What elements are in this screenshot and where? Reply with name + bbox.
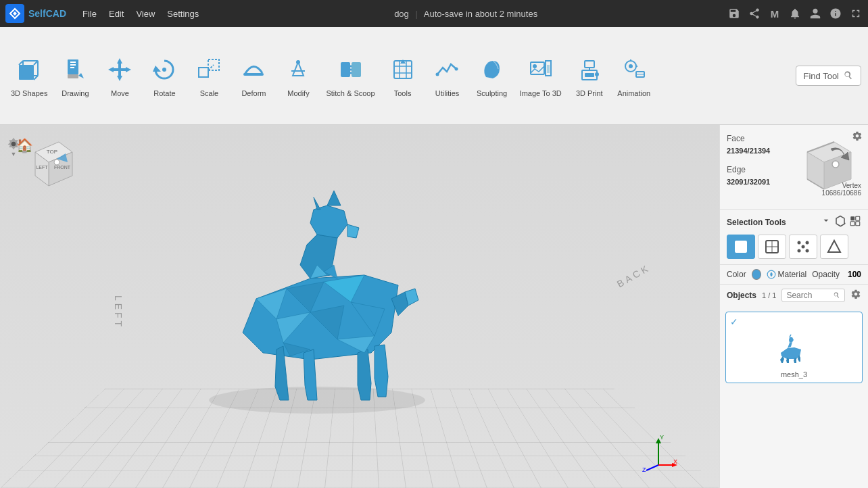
object-name: mesh_3 — [781, 370, 807, 379]
svg-point-60 — [54, 160, 59, 165]
objects-title: Objects — [727, 291, 756, 300]
tool-animation-label: Animation — [617, 89, 650, 98]
modify-icon — [281, 53, 315, 87]
tool-sculpting[interactable]: Sculpting — [471, 50, 513, 101]
tool-move[interactable]: Move — [99, 50, 141, 101]
tool-rotate[interactable]: Rotate — [143, 50, 185, 101]
search-icon — [833, 291, 840, 300]
user-icon[interactable] — [809, 7, 822, 20]
color-picker[interactable] — [752, 269, 761, 280]
opacity-value: 100 — [848, 270, 861, 279]
sel-arrow-btn[interactable] — [821, 215, 831, 229]
sel-face-btn[interactable] — [820, 235, 848, 259]
menu-view[interactable]: View — [130, 6, 160, 22]
app-name: SelfCAD — [28, 8, 66, 19]
tool-3d-shapes-label: 3D Shapes — [11, 89, 47, 98]
opacity-label: Opacity — [812, 270, 840, 279]
drawing-icon — [58, 53, 92, 87]
tools-icon — [386, 53, 420, 87]
object-item[interactable]: ✓ mesh_3 — [725, 312, 863, 383]
tool-tools[interactable]: Tools — [382, 50, 424, 101]
move-icon — [103, 53, 137, 87]
objects-header: Objects 1 / 1 — [720, 284, 868, 306]
3d-shapes-icon — [12, 53, 46, 87]
save-icon[interactable] — [727, 7, 741, 20]
svg-marker-65 — [327, 191, 341, 205]
object-thumbnail — [767, 327, 821, 368]
svg-marker-13 — [108, 67, 114, 72]
tool-animation[interactable]: Animation — [613, 50, 655, 101]
panel-settings-button[interactable] — [852, 130, 863, 144]
svg-marker-67 — [347, 224, 359, 238]
tool-deform[interactable]: Deform — [233, 50, 274, 101]
m-icon[interactable]: M — [768, 7, 781, 20]
svg-point-36 — [435, 73, 439, 76]
tool-modify-label: Modify — [287, 89, 309, 98]
selection-tools-section: Selection Tools — [720, 210, 868, 264]
svg-point-95 — [832, 161, 839, 168]
objects-settings-button[interactable] — [850, 289, 861, 302]
menu-bar: SelfCAD File Edit View Settings dog | Au… — [0, 0, 868, 27]
search-box[interactable] — [781, 289, 845, 302]
sel-cube-btn[interactable] — [834, 215, 846, 229]
tool-stitch-scoop[interactable]: Stitch & Scoop — [322, 50, 379, 101]
tool-utilities[interactable]: Utilities — [427, 50, 468, 101]
tool-sculpting-label: Sculpting — [477, 89, 507, 98]
tool-drawing[interactable]: Drawing — [54, 50, 96, 101]
sel-mesh-btn[interactable] — [849, 215, 861, 229]
menu-edit[interactable]: Edit — [103, 6, 129, 22]
objects-count: 1 / 1 — [762, 291, 776, 299]
tool-3d-shapes[interactable]: 3D Shapes — [7, 50, 51, 101]
tool-scale[interactable]: Scale — [188, 50, 230, 101]
svg-marker-17 — [153, 66, 161, 72]
vertex-label: Vertex — [842, 182, 861, 189]
svg-point-53 — [11, 142, 16, 147]
svg-marker-11 — [117, 58, 122, 64]
info-icon[interactable] — [829, 7, 842, 20]
svg-point-46 — [595, 72, 599, 76]
tool-tools-label: Tools — [394, 89, 412, 98]
svg-marker-113 — [781, 347, 801, 359]
material-label[interactable]: Material — [767, 270, 807, 279]
face-value: 21394/21394 — [727, 147, 770, 155]
selection-tools-label: Selection Tools — [727, 218, 786, 227]
menu-settings[interactable]: Settings — [162, 6, 204, 22]
share-icon[interactable] — [748, 7, 761, 20]
viewport[interactable]: 🏠 ▼ TOP LEFT — [0, 125, 719, 488]
title-area: dog | Auto-save in about 2 minutes — [215, 9, 717, 19]
notification-icon[interactable] — [788, 7, 802, 20]
color-label: Color — [727, 270, 746, 279]
svg-text:Y: Y — [660, 434, 664, 441]
find-tool-button[interactable]: Find Tool — [796, 66, 861, 86]
home-button[interactable]: 🏠 — [16, 137, 33, 153]
orientation-cube[interactable]: TOP LEFT FRONT — [28, 139, 79, 189]
svg-line-90 — [646, 465, 658, 470]
svg-marker-71 — [375, 345, 388, 397]
image-to-3d-icon — [524, 53, 558, 87]
sel-solid-btn[interactable] — [727, 235, 755, 259]
selection-icons — [720, 235, 868, 264]
main-area: 🏠 ▼ TOP LEFT — [0, 125, 868, 488]
face-label: Face — [727, 134, 745, 143]
tool-image-to-3d[interactable]: Image To 3D — [516, 50, 566, 101]
svg-line-21 — [208, 65, 214, 70]
svg-point-24 — [296, 60, 300, 64]
tool-modify[interactable]: Modify — [277, 50, 319, 101]
svg-marker-14 — [126, 67, 131, 72]
tool-3d-print-label: 3D Print — [576, 89, 603, 98]
project-name: dog — [394, 9, 409, 19]
fullscreen-icon[interactable] — [849, 7, 863, 20]
svg-marker-41 — [547, 65, 550, 73]
sel-point-btn[interactable] — [789, 235, 817, 259]
menu-file[interactable]: File — [77, 6, 102, 22]
svg-marker-111 — [828, 241, 840, 252]
svg-text:Z: Z — [642, 466, 646, 472]
tool-3d-print[interactable]: 3D Print — [569, 50, 610, 101]
3d-model — [175, 177, 473, 437]
svg-text:FRONT: FRONT — [54, 165, 71, 170]
svg-marker-114 — [788, 342, 792, 348]
tool-stitch-scoop-label: Stitch & Scoop — [326, 89, 375, 98]
search-input[interactable] — [786, 291, 829, 300]
sel-wire-btn[interactable] — [758, 235, 786, 259]
svg-point-107 — [806, 241, 809, 245]
